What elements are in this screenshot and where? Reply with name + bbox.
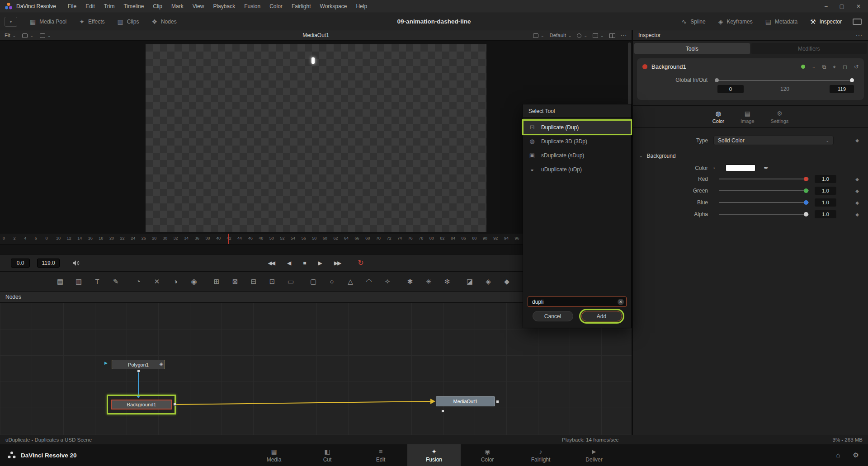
menu-item-fusion[interactable]: Fusion: [240, 0, 265, 13]
global-in-out-slider[interactable]: [715, 77, 854, 83]
color-curves-tool-button[interactable]: ✕: [150, 275, 164, 288]
loop-button[interactable]: ↻: [358, 259, 363, 267]
toolbar-button-nodes[interactable]: ❖Nodes: [145, 13, 183, 30]
magic-mask-tool-button[interactable]: ✧: [381, 275, 394, 288]
merge-3d-tool-button[interactable]: ◆: [500, 275, 514, 288]
toolbar-button-keyframes[interactable]: ◈Keyframes: [712, 18, 759, 25]
page-button-media[interactable]: ▦Media: [247, 444, 301, 466]
viewer-options-menu[interactable]: ···: [621, 33, 627, 38]
goto-start-button[interactable]: ◀◀: [268, 260, 274, 266]
menu-item-file[interactable]: File: [63, 0, 81, 13]
menu-item-help[interactable]: Help: [351, 0, 372, 13]
reset-icon[interactable]: ↺: [854, 64, 859, 70]
versions-icon[interactable]: ⧉: [822, 64, 826, 70]
green-keyframe-icon[interactable]: ◆: [855, 188, 859, 193]
toolbar-button-effects[interactable]: ✦Effects: [73, 13, 111, 30]
inspector-tab-modifiers[interactable]: Modifiers: [751, 43, 867, 54]
menu-item-playback[interactable]: Playback: [208, 0, 240, 13]
letterbox-tool-button[interactable]: ▭: [284, 275, 297, 288]
add-button[interactable]: Add: [581, 311, 622, 321]
background1-output-knot[interactable]: [173, 403, 176, 406]
background-section-header[interactable]: ⌄ Background: [633, 153, 868, 159]
menu-item-trim[interactable]: Trim: [99, 0, 119, 13]
menu-item-mark[interactable]: Mark: [167, 0, 188, 13]
alpha-slider[interactable]: [719, 212, 809, 217]
media-in-tool-button[interactable]: ▤: [53, 275, 67, 288]
page-button-fairlight[interactable]: ♪Fairlight: [514, 444, 567, 466]
node-enabled-dot-icon[interactable]: [801, 65, 805, 69]
global-out-value[interactable]: 119: [830, 85, 854, 93]
crop-tool-button[interactable]: ⊡: [265, 275, 279, 288]
global-in-value[interactable]: 0: [717, 85, 744, 93]
type-keyframe-icon[interactable]: ◆: [855, 138, 859, 143]
blue-slider-handle[interactable]: [804, 200, 808, 205]
mediaout1-output-knot[interactable]: [496, 400, 499, 403]
image-plane-3d-tool-button[interactable]: ◪: [463, 275, 476, 288]
cleanfeed-icon[interactable]: [853, 19, 862, 25]
global-in-knob[interactable]: [715, 78, 719, 82]
minimize-button[interactable]: –: [825, 3, 828, 9]
particle-emitter-tool-button[interactable]: ✱: [403, 275, 417, 288]
text-plus-tool-button[interactable]: T: [90, 275, 104, 288]
inspector-options-menu[interactable]: ···: [856, 32, 863, 38]
blue-value-field[interactable]: 1.0: [815, 198, 836, 207]
menu-item-fairlight[interactable]: Fairlight: [287, 0, 316, 13]
menu-item-clip[interactable]: Clip: [148, 0, 167, 13]
close-button[interactable]: ✕: [856, 3, 861, 9]
color-controls-dropdown[interactable]: [577, 33, 587, 38]
rectangle-mask-tool-button[interactable]: ▢: [307, 275, 320, 288]
node-collapse-chevron-icon[interactable]: ⌄: [812, 65, 816, 69]
page-button-deliver[interactable]: ►Deliver: [567, 444, 621, 466]
polygon-mask-tool-button[interactable]: △: [344, 275, 357, 288]
paint-tool-button[interactable]: ✎: [109, 275, 123, 288]
dual-viewer-toggle[interactable]: [609, 33, 615, 38]
stop-button[interactable]: ■: [303, 260, 305, 266]
node-background1[interactable]: Background1: [111, 400, 172, 410]
page-button-cut[interactable]: ◧Cut: [301, 444, 354, 466]
polygon1-output-knot[interactable]: [137, 369, 140, 372]
color-expand-chevron-icon[interactable]: ›: [713, 165, 715, 170]
lock-icon[interactable]: ◻: [843, 64, 847, 70]
inspector-tab-tools[interactable]: Tools: [634, 43, 750, 54]
tool-list-item-duplicate-3d-3dp[interactable]: ◍Duplicate 3D (3Dp): [523, 134, 631, 148]
type-select[interactable]: Solid Color: [713, 136, 834, 145]
tool-list-item-duplicate-dup[interactable]: ⊡Duplicate (Dup): [523, 120, 631, 134]
blur-tool-button[interactable]: ◉: [187, 275, 201, 288]
gain-gamma-dropdown[interactable]: [533, 33, 544, 38]
cancel-button[interactable]: Cancel: [533, 311, 573, 321]
red-slider-handle[interactable]: [804, 177, 808, 181]
subtab-color[interactable]: ◍Color: [712, 110, 724, 124]
maximize-button[interactable]: ▢: [840, 3, 844, 9]
project-settings-gear-icon[interactable]: ⚙: [853, 451, 859, 459]
fit-dropdown[interactable]: Fit: [5, 33, 16, 38]
menu-item-timeline[interactable]: Timeline: [119, 0, 148, 13]
blue-keyframe-icon[interactable]: ◆: [855, 200, 859, 205]
tool-list-item-sduplicate-sdup[interactable]: ▣sDuplicate (sDup): [523, 148, 631, 162]
page-button-edit[interactable]: ≡Edit: [354, 444, 407, 466]
particle-render-tool-button[interactable]: ✳: [422, 275, 435, 288]
node-mediaout1[interactable]: MediaOut1: [436, 396, 495, 406]
red-value-field[interactable]: 1.0: [815, 175, 836, 183]
play-reverse-button[interactable]: ◀: [287, 260, 290, 266]
green-slider[interactable]: [719, 188, 809, 193]
channel-dropdown[interactable]: [22, 33, 33, 38]
toolbar-button-inspector[interactable]: ⚒Inspector: [804, 18, 848, 25]
particle-merge-tool-button[interactable]: ✻: [440, 275, 454, 288]
transform-tool-button[interactable]: ⊞: [210, 275, 223, 288]
quality-dropdown[interactable]: Default: [549, 33, 571, 38]
color-corrector-tool-button[interactable]: ◔: [132, 275, 145, 288]
alpha-value-field[interactable]: 1.0: [815, 210, 836, 218]
corner-position-tool-button[interactable]: ⊟: [247, 275, 260, 288]
page-button-color[interactable]: ◉Color: [461, 444, 514, 466]
tool-search-input[interactable]: [528, 297, 627, 307]
toolbar-button-metadata[interactable]: ▤Metadata: [759, 18, 804, 25]
interface-toggle-icon[interactable]: ▾: [5, 17, 17, 27]
ellipse-mask-tool-button[interactable]: ○: [325, 275, 339, 288]
menu-item-color[interactable]: Color: [265, 0, 287, 13]
red-slider[interactable]: [719, 176, 809, 182]
toolbar-button-clips[interactable]: ▥Clips: [111, 13, 145, 30]
hue-curves-tool-button[interactable]: ◑: [169, 275, 182, 288]
page-button-fusion[interactable]: ✦Fusion: [407, 444, 461, 466]
global-out-knob[interactable]: [850, 78, 854, 82]
red-keyframe-icon[interactable]: ◆: [855, 177, 859, 182]
